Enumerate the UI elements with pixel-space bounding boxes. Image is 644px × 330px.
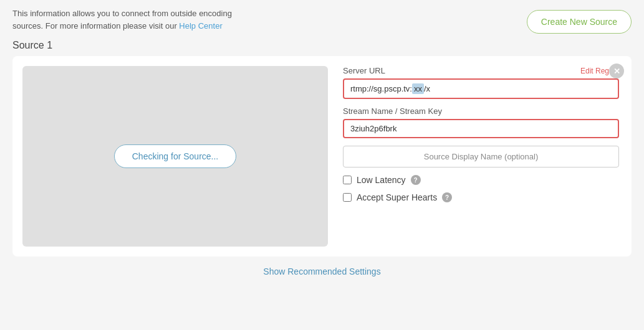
server-url-suffix: /x — [424, 84, 430, 93]
info-text: This information allows you to connect f… — [12, 7, 262, 32]
accept-super-hearts-checkbox[interactable] — [343, 193, 352, 202]
checking-source-button[interactable]: Checking for Source... — [114, 144, 237, 168]
server-url-prefix: rtmp://sg.pscp.tv: — [350, 84, 412, 93]
preview-panel: Checking for Source... — [22, 66, 328, 247]
help-center-link[interactable]: Help Center — [179, 21, 222, 31]
server-url-highlight: xx — [412, 83, 424, 94]
server-url-label: Server URL — [343, 66, 385, 75]
server-url-box: rtmp://sg.pscp.tv:xx/x — [343, 78, 619, 99]
bottom-link-bar: Show Recommended Settings — [0, 257, 644, 286]
accept-super-hearts-label: Accept Super Hearts — [357, 192, 437, 202]
accept-super-hearts-help-icon[interactable]: ? — [442, 192, 452, 202]
show-recommended-link[interactable]: Show Recommended Settings — [263, 266, 380, 276]
top-bar: This information allows you to connect f… — [0, 0, 644, 40]
stream-key-box: 3ziuh2p6fbrk — [343, 119, 619, 138]
settings-panel: Server URL Edit Region rtmp://sg.pscp.tv… — [340, 66, 622, 247]
display-name-button[interactable]: Source Display Name (optional) — [343, 146, 619, 167]
stream-key-label: Stream Name / Stream Key — [343, 106, 619, 116]
stream-key-value: 3ziuh2p6fbrk — [350, 124, 396, 133]
low-latency-help-icon[interactable]: ? — [411, 175, 421, 185]
close-button[interactable]: ✕ — [609, 64, 624, 78]
main-card: ✕ Checking for Source... Server URL Edit… — [12, 56, 632, 257]
source-title: Source 1 — [0, 40, 644, 56]
stream-key-group: Stream Name / Stream Key 3ziuh2p6fbrk — [343, 106, 619, 138]
create-new-source-button[interactable]: Create New Source — [527, 10, 632, 34]
accept-super-hearts-row: Accept Super Hearts ? — [343, 192, 619, 202]
low-latency-row: Low Latency ? — [343, 175, 619, 185]
server-url-group: Server URL Edit Region rtmp://sg.pscp.tv… — [343, 66, 619, 99]
low-latency-label: Low Latency — [357, 175, 406, 185]
close-icon: ✕ — [613, 67, 620, 76]
display-name-group: Source Display Name (optional) — [343, 146, 619, 167]
low-latency-checkbox[interactable] — [343, 176, 352, 184]
server-url-header: Server URL Edit Region — [343, 66, 619, 75]
